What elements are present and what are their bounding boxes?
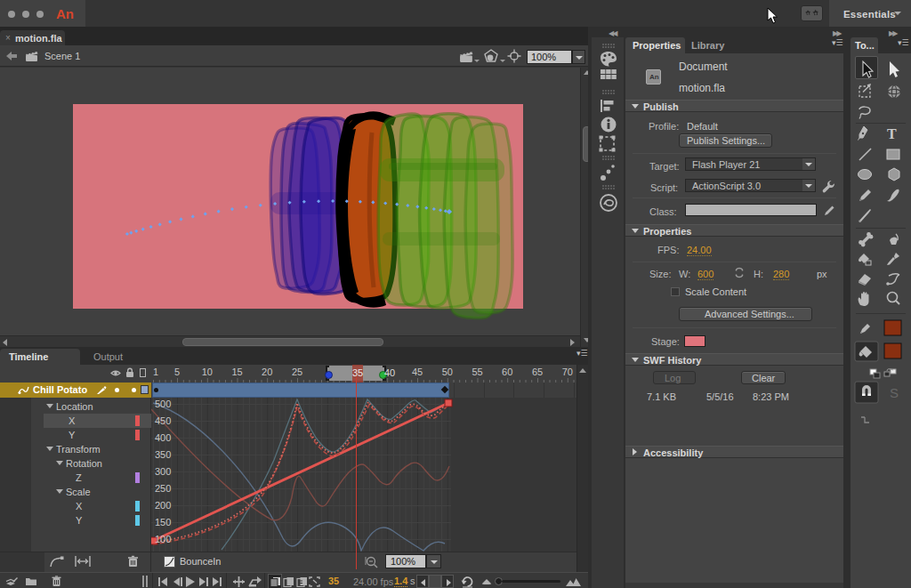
- svg-text:15: 15: [231, 366, 242, 377]
- svg-text:1: 1: [153, 366, 158, 377]
- svg-text:50: 50: [442, 366, 453, 377]
- svg-text:70: 70: [562, 366, 573, 377]
- svg-text:55: 55: [472, 366, 482, 377]
- svg-text:20: 20: [262, 366, 272, 377]
- svg-text:25: 25: [292, 366, 302, 377]
- svg-text:10: 10: [202, 366, 213, 377]
- svg-text:S: S: [890, 385, 899, 400]
- svg-text:65: 65: [532, 366, 543, 377]
- svg-text:45: 45: [412, 366, 423, 377]
- svg-text:T: T: [887, 126, 897, 141]
- svg-text:5: 5: [174, 366, 180, 377]
- svg-text:60: 60: [502, 366, 512, 377]
